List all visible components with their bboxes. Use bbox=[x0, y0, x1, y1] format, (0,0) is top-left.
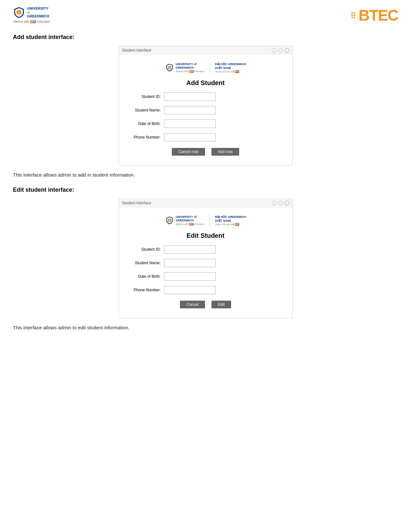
btec-dots bbox=[351, 12, 357, 18]
add-phone-row: Phone Number: bbox=[129, 133, 283, 141]
add-student-window: Student interface G UNIV bbox=[119, 46, 293, 166]
add-window-body: G UNIVERSITY ofGREENWICH Alliance with F… bbox=[119, 55, 292, 165]
edit-inner-logo-right: ĐẠI HỌC GREENWICH(VIỆT NAM) Thành Tổ chứ… bbox=[215, 215, 246, 226]
fpt-badge: FPT bbox=[30, 20, 36, 23]
edit-inner-logo-left: G UNIVERSITY ofGREENWICH Alliance with F… bbox=[165, 215, 204, 226]
edit-inner-shield-icon: G bbox=[165, 216, 174, 225]
inner-shield-icon: G bbox=[165, 63, 174, 72]
add-dob-label: Date of Birth: bbox=[129, 121, 164, 126]
edit-section-title: Edit student interface: bbox=[13, 187, 398, 193]
add-student-name-row: Student Name: bbox=[129, 106, 283, 114]
window-btn-3[interactable] bbox=[285, 48, 289, 53]
edit-inner-univ-text: UNIVERSITY ofGREENWICH Alliance with FPT… bbox=[176, 215, 204, 226]
left-logo: G UNIVERSITYofGREENWICH Alliance with FP… bbox=[13, 6, 50, 23]
add-student-id-row: Student ID: bbox=[129, 92, 283, 101]
edit-phone-input[interactable] bbox=[164, 286, 216, 294]
add-cancel-button[interactable]: Cancel now bbox=[172, 148, 205, 156]
edit-student-name-input[interactable] bbox=[164, 259, 216, 267]
edit-student-id-input[interactable] bbox=[164, 245, 216, 254]
edit-form-title: Edit Student bbox=[129, 232, 283, 239]
edit-window-btn-3[interactable] bbox=[285, 201, 289, 205]
edit-phone-row: Phone Number: bbox=[129, 286, 283, 294]
edit-student-id-label: Student ID: bbox=[129, 247, 164, 252]
edit-inner-header: G UNIVERSITY ofGREENWICH Alliance with F… bbox=[129, 214, 283, 227]
edit-student-name-label: Student Name: bbox=[129, 261, 164, 265]
add-window-titlebar: Student interface bbox=[119, 46, 292, 55]
alliance-text: Alliance with FPT Education bbox=[13, 20, 50, 23]
add-form-title: Add Student bbox=[129, 79, 283, 87]
edit-dob-row: Date of Birth: bbox=[129, 272, 283, 281]
inner-divider bbox=[210, 61, 210, 74]
edit-window-controls bbox=[272, 201, 289, 205]
edit-student-section: Edit student interface: Student interfac… bbox=[13, 187, 398, 330]
edit-student-name-row: Student Name: bbox=[129, 259, 283, 267]
add-dob-row: Date of Birth: bbox=[129, 120, 283, 128]
university-name: UNIVERSITYofGREENWICH bbox=[27, 6, 49, 18]
edit-cancel-button[interactable]: Cancel bbox=[180, 301, 205, 308]
add-button-row: Cancel now Add now bbox=[129, 148, 283, 156]
window-controls bbox=[272, 48, 289, 53]
edit-window-body: G UNIVERSITY ofGREENWICH Alliance with F… bbox=[119, 208, 292, 318]
edit-dob-label: Date of Birth: bbox=[129, 274, 164, 279]
svg-text:G: G bbox=[169, 220, 170, 222]
add-section-title: Add student interface: bbox=[13, 34, 398, 41]
add-student-section: Add student interface: Student interface bbox=[13, 34, 398, 178]
add-phone-input[interactable] bbox=[164, 133, 216, 141]
add-inner-logo-right: ĐẠI HỌC GREENWICH(VIỆT NAM) Thành Tổ chứ… bbox=[215, 62, 246, 73]
university-logo: G UNIVERSITYofGREENWICH bbox=[13, 6, 50, 19]
edit-phone-label: Phone Number: bbox=[129, 288, 164, 292]
page-header: G UNIVERSITYofGREENWICH Alliance with FP… bbox=[13, 6, 398, 24]
add-student-name-label: Student Name: bbox=[129, 108, 164, 112]
btec-logo: BTEC bbox=[351, 6, 398, 24]
svg-text:G: G bbox=[169, 67, 170, 69]
edit-window-btn-2[interactable] bbox=[278, 201, 283, 205]
svg-text:G: G bbox=[18, 11, 20, 14]
add-phone-label: Phone Number: bbox=[129, 135, 164, 140]
add-student-id-input[interactable] bbox=[164, 92, 216, 101]
edit-window-title: Student interface bbox=[122, 201, 152, 205]
edit-description: This interface allows admin to edit stud… bbox=[13, 325, 398, 330]
edit-button-row: Cancel Edit bbox=[129, 301, 283, 308]
edit-window-titlebar: Student interface bbox=[119, 199, 292, 208]
edit-student-id-row: Student ID: bbox=[129, 245, 283, 254]
edit-action-button[interactable]: Edit bbox=[211, 301, 231, 308]
add-window-title: Student interface bbox=[122, 48, 152, 53]
add-inner-header: G UNIVERSITY ofGREENWICH Alliance with F… bbox=[129, 61, 283, 74]
edit-inner-divider bbox=[210, 214, 210, 227]
window-btn-1[interactable] bbox=[272, 48, 276, 53]
add-student-id-label: Student ID: bbox=[129, 94, 164, 99]
add-description: This interface allows admin to add in st… bbox=[13, 172, 398, 178]
add-inner-logo-left: G UNIVERSITY ofGREENWICH Alliance with F… bbox=[165, 63, 204, 73]
add-action-button[interactable]: Add now bbox=[211, 148, 240, 156]
window-btn-2[interactable] bbox=[278, 48, 283, 53]
add-student-name-input[interactable] bbox=[164, 106, 216, 114]
add-dob-input[interactable] bbox=[164, 120, 216, 128]
edit-dob-input[interactable] bbox=[164, 272, 216, 281]
shield-icon: G bbox=[13, 6, 25, 19]
btec-text: BTEC bbox=[358, 6, 398, 24]
add-inner-univ-text: UNIVERSITY ofGREENWICH Alliance with FPT… bbox=[176, 63, 204, 73]
edit-window-btn-1[interactable] bbox=[272, 201, 276, 205]
edit-student-window: Student interface G UNIV bbox=[119, 198, 293, 318]
